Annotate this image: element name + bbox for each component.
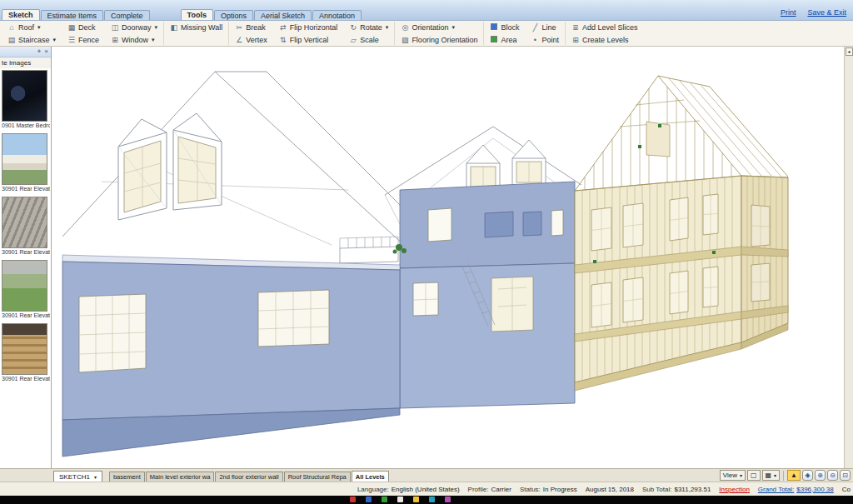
pan-icon: ◈ xyxy=(805,472,810,479)
tab-tools[interactable]: Tools xyxy=(181,9,213,20)
taskbar-app-icon[interactable] xyxy=(350,497,356,502)
flooring-orientation-button[interactable]: ▨Flooring Orientation xyxy=(398,34,480,45)
pan-button[interactable]: ◈ xyxy=(802,470,813,481)
print-link[interactable]: Print xyxy=(781,8,796,17)
collapse-panel-icon[interactable]: ◂ xyxy=(846,47,853,56)
missing-wall-button[interactable]: ◧Missing Wall xyxy=(167,22,225,32)
image-caption: 30901 Rear Elevati xyxy=(2,376,50,382)
window-button[interactable]: ⊞Window▾ xyxy=(108,34,160,45)
middle-walls xyxy=(400,182,575,408)
estimate-images-panel: ⌖ × te Images 0901 Master Bedro 30901 Re… xyxy=(0,47,52,468)
display-options-button[interactable]: ▦▾ xyxy=(762,470,781,481)
sketch-3d-model[interactable] xyxy=(52,47,844,468)
pin-icon[interactable]: ⌖ xyxy=(37,48,42,55)
point-button[interactable]: •Point xyxy=(528,34,561,45)
taskbar-icons xyxy=(350,497,451,502)
rotate-label: Rotate xyxy=(360,23,382,32)
level-tab-all-levels[interactable]: All Levels xyxy=(352,471,389,482)
flip-vertical-button[interactable]: ⇅Flip Vertical xyxy=(277,34,341,45)
taskbar-app-icon[interactable] xyxy=(397,497,403,502)
level-tab-2nd-floor[interactable]: 2nd floor exterior wall xyxy=(215,472,282,482)
flip-horizontal-label: Flip Horizontal xyxy=(290,23,338,32)
staircase-label: Staircase xyxy=(18,36,50,44)
rotate-button[interactable]: ↻Rotate▾ xyxy=(347,22,391,32)
rotate-icon: ↻ xyxy=(349,23,357,32)
image-caption: 30901 Rear Elevati xyxy=(2,249,50,255)
block-button[interactable]: Block xyxy=(487,22,521,32)
create-levels-label: Create Levels xyxy=(582,36,629,44)
tab-options[interactable]: Options xyxy=(214,10,253,20)
estimate-image-thumbnail[interactable] xyxy=(2,197,47,248)
image-list: 0901 Master Bedro 30901 Rear Elevati 309… xyxy=(0,68,51,468)
area-icon xyxy=(491,36,497,42)
view-dropdown[interactable]: View ▾ xyxy=(720,470,746,481)
layer-visibility-button[interactable]: ▢ xyxy=(747,470,761,481)
grid-icon: ▦ xyxy=(766,472,772,479)
line-icon: ╱ xyxy=(531,23,539,32)
grand-total-link[interactable]: Grand Total: $396,300.38 xyxy=(758,486,834,493)
balcony-wireframe xyxy=(340,237,398,263)
flip-horizontal-button[interactable]: ⇄Flip Horizontal xyxy=(277,22,341,32)
zoom-in-icon: ⊕ xyxy=(817,472,823,479)
date-value: August 15, 2018 xyxy=(586,486,634,493)
line-label: Line xyxy=(541,23,556,32)
roof-button[interactable]: ⌂Roof▾ xyxy=(5,22,58,32)
taskbar-app-icon[interactable] xyxy=(366,497,372,502)
profile-label: Profile: xyxy=(468,486,489,493)
subtotal-value: $311,293.51 xyxy=(674,486,711,493)
staircase-button[interactable]: ▤Staircase▾ xyxy=(5,34,58,45)
tab-complete[interactable]: Complete xyxy=(104,10,150,20)
zoom-out-button[interactable]: ⊖ xyxy=(827,470,838,481)
list-item: 30901 Rear Elevati xyxy=(2,323,51,382)
vertical-scrollbar[interactable]: ◂ xyxy=(844,47,853,468)
vertex-button[interactable]: ∠Vertex xyxy=(232,34,270,45)
orientation-button[interactable]: ◎Orientation▾ xyxy=(398,22,480,32)
level-tab-roof-structural[interactable]: Roof Structural Repa xyxy=(284,472,351,482)
area-button[interactable]: Area xyxy=(487,34,521,45)
taskbar-app-icon[interactable] xyxy=(382,497,387,502)
zoom-in-button[interactable]: ⊕ xyxy=(815,470,826,481)
tab-estimate-items[interactable]: Estimate Items xyxy=(41,10,104,20)
tab-aerial-sketch[interactable]: Aerial Sketch xyxy=(254,10,312,20)
create-levels-button[interactable]: ⊞Create Levels xyxy=(569,34,641,45)
level-tab-basement[interactable]: basement xyxy=(109,472,145,482)
close-icon[interactable]: × xyxy=(44,48,48,55)
fence-icon: ☰ xyxy=(67,36,76,44)
select-icon: ▲ xyxy=(791,472,797,479)
taskbar-app-icon[interactable] xyxy=(429,497,435,502)
deck-button[interactable]: ▦Deck xyxy=(65,22,102,32)
save-exit-link[interactable]: Save & Exit xyxy=(807,8,846,17)
tab-annotation[interactable]: Annotation xyxy=(312,10,362,20)
sheet-tab-sketch1[interactable]: SKETCH1 ▾ xyxy=(53,471,102,482)
break-button[interactable]: ✂Break xyxy=(232,22,270,32)
tab-sketch[interactable]: Sketch xyxy=(2,9,40,20)
subtotal-field: Sub Total: $311,293.51 xyxy=(642,486,711,493)
ribbon-column: ⇄Flip Horizontal ⇅Flip Vertical xyxy=(273,22,344,45)
taskbar-app-icon[interactable] xyxy=(445,497,451,502)
select-tool-button[interactable]: ▲ xyxy=(787,470,801,481)
estimate-image-thumbnail[interactable] xyxy=(2,70,47,122)
estimate-image-thumbnail[interactable] xyxy=(2,133,47,185)
sketch-canvas[interactable] xyxy=(52,47,844,468)
ribbon-column: ◎Orientation▾ ▨Flooring Orientation xyxy=(394,22,483,45)
chevron-down-icon: ▾ xyxy=(155,24,158,31)
estimate-image-thumbnail[interactable] xyxy=(2,260,47,312)
inspection-link[interactable]: Inspection xyxy=(719,486,749,493)
panel-header: ⌖ × xyxy=(0,47,51,57)
taskbar-app-icon[interactable] xyxy=(413,497,419,502)
doorway-button[interactable]: ◫Doorway▾ xyxy=(108,22,160,32)
fence-button[interactable]: ☰Fence xyxy=(65,34,102,45)
level-tab-main-level[interactable]: Main level exterior wa xyxy=(146,472,215,482)
point-label: Point xyxy=(541,36,559,44)
view-label: View xyxy=(723,472,737,479)
estimate-image-thumbnail[interactable] xyxy=(2,323,47,375)
status-field: Status: In Progress xyxy=(520,486,577,493)
deck-icon: ▦ xyxy=(67,23,76,32)
zoom-window-button[interactable]: ⊡ xyxy=(840,470,851,481)
add-level-slices-button[interactable]: ≣Add Level Slices xyxy=(569,22,641,32)
missing-wall-label: Missing Wall xyxy=(181,23,222,32)
truncated-text: Co xyxy=(842,486,851,493)
chevron-down-icon: ▾ xyxy=(451,24,455,31)
scale-button[interactable]: ▱Scale xyxy=(347,34,391,45)
line-button[interactable]: ╱Line xyxy=(528,22,561,32)
